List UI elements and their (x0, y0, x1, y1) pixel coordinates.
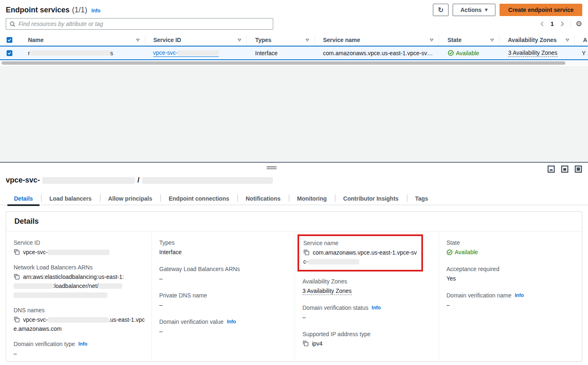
panel-size-medium-button[interactable] (561, 165, 569, 173)
search-box[interactable] (6, 18, 273, 30)
field-value: vpce-svc-.us-east-1.vpce.amazonaws.com (14, 315, 145, 333)
info-link[interactable]: Info (515, 291, 524, 299)
split-panel: vpce-svc- / Details Load balancers Allow… (0, 162, 588, 365)
resource-count: (1/1) (72, 6, 87, 14)
previous-page-button[interactable] (539, 20, 546, 28)
field-label: Gateway Load Balancers ARNs (159, 265, 288, 273)
create-endpoint-service-button[interactable]: Create endpoint service (500, 4, 582, 16)
field-private-dns-name: Private DNS name – (159, 291, 288, 309)
sort-icon (490, 38, 494, 42)
status-badge: Available (446, 248, 575, 257)
copy-icon[interactable] (302, 340, 309, 346)
row-select-cell (0, 47, 20, 59)
details-column-3: Service name com.amazonaws.vpce.us-east-… (295, 232, 439, 361)
endpoint-services-table: Name Service ID Types Service name State… (0, 35, 588, 60)
refresh-button[interactable]: ↻ (433, 4, 449, 16)
tab-monitoring[interactable]: Monitoring (289, 192, 335, 205)
column-header-acceptance[interactable]: A (574, 35, 588, 45)
sort-icon (565, 38, 569, 42)
copy-icon[interactable] (14, 316, 20, 323)
redacted-text (42, 177, 135, 184)
field-gwlb-arns: Gateway Load Balancers ARNs – (159, 265, 288, 283)
field-label: Domain verification type Info (14, 340, 145, 348)
column-header-service-name[interactable]: Service name (314, 35, 439, 45)
field-label: Availability Zones (302, 277, 432, 285)
select-all-cell (0, 35, 20, 45)
check-circle-icon (446, 249, 453, 255)
service-id-link[interactable]: vpce-svc- (153, 49, 219, 57)
tab-notifications[interactable]: Notifications (237, 192, 289, 205)
field-acceptance-required: Acceptance required Yes (446, 265, 575, 283)
info-link[interactable]: Info (78, 340, 87, 348)
column-header-availability-zones[interactable]: Availability Zones (499, 35, 574, 45)
field-label: Types (159, 239, 288, 247)
field-value: vpce-svc- (14, 248, 145, 257)
table-header-row: Name Service ID Types Service name State… (0, 35, 588, 46)
redacted-text (14, 292, 107, 298)
field-value: Yes (446, 274, 575, 283)
copy-icon[interactable] (14, 274, 20, 280)
panel-size-full-button[interactable] (574, 165, 582, 173)
horizontal-scrollbar (0, 61, 588, 65)
copy-icon[interactable] (14, 249, 20, 255)
column-header-state[interactable]: State (439, 35, 499, 45)
column-header-service-id[interactable]: Service ID (145, 35, 247, 45)
list-header: Endpoint services (1/1) Info ↻ Actions ▼… (6, 3, 582, 16)
field-value: Available (446, 248, 575, 257)
field-label: Supported IP address type (302, 330, 432, 338)
tab-details[interactable]: Details (6, 192, 41, 205)
field-label: Domain verification name Info (446, 291, 575, 299)
table-row[interactable]: rs vpce-svc- Interface com.amazonaws.vpc… (0, 46, 588, 60)
column-header-name[interactable]: Name (20, 35, 145, 45)
info-link[interactable]: Info (227, 318, 236, 326)
field-value: – (159, 300, 288, 309)
redacted-text (308, 259, 359, 264)
page-number[interactable]: 1 (551, 21, 554, 27)
cell-name: rs (20, 47, 145, 59)
field-domain-verification-value: Domain verification value Info – (159, 318, 288, 336)
divider (570, 19, 571, 28)
service-name-highlight-box: Service name com.amazonaws.vpce.us-east-… (297, 234, 423, 271)
tab-allow-principals[interactable]: Allow principals (100, 192, 160, 205)
field-value: – (446, 300, 575, 309)
tab-load-balancers[interactable]: Load balancers (41, 192, 100, 205)
field-nlb-arns: Network Load Balancers ARNs arn:aws:elas… (14, 263, 145, 299)
field-value: 3 Availability Zones (302, 286, 432, 295)
tab-tags[interactable]: Tags (407, 192, 437, 205)
field-value: ipv4 (302, 339, 432, 348)
tab-contributor-insights[interactable]: Contributor Insights (335, 192, 407, 205)
row-checkbox[interactable] (7, 50, 12, 56)
info-link[interactable]: Info (91, 8, 100, 14)
tab-endpoint-connections[interactable]: Endpoint connections (160, 192, 237, 205)
panel-size-controls (547, 165, 582, 173)
preferences-gear-button[interactable]: ⚙ (576, 20, 582, 28)
refresh-icon: ↻ (438, 6, 444, 14)
copy-icon[interactable] (303, 249, 309, 255)
field-label: Domain verification value Info (159, 318, 288, 326)
availability-zones-link[interactable]: 3 Availability Zones (508, 49, 558, 57)
details-card-heading: Details (6, 212, 582, 232)
search-input[interactable] (19, 21, 270, 27)
field-value: Interface (159, 248, 288, 257)
column-header-types[interactable]: Types (246, 35, 314, 45)
pagination: 1 ⚙ (539, 19, 582, 28)
cell-state: Available (439, 47, 500, 59)
select-all-checkbox[interactable] (7, 37, 12, 43)
field-value: – (159, 274, 288, 283)
next-page-button[interactable] (559, 20, 565, 28)
field-value: – (14, 349, 145, 358)
redacted-text (48, 250, 109, 255)
redacted-text (48, 317, 109, 323)
check-circle-icon (448, 50, 454, 56)
details-card-body: Service ID vpce-svc- Network Load Balanc… (6, 232, 582, 361)
endpoint-services-list-panel: Endpoint services (1/1) Info ↻ Actions ▼… (0, 0, 588, 66)
horizontal-scrollbar-thumb[interactable] (2, 61, 565, 65)
panel-size-small-button[interactable] (547, 165, 555, 173)
availability-zones-link[interactable]: 3 Availability Zones (302, 288, 352, 295)
field-domain-verification-status: Domain verification status Info – (302, 304, 432, 322)
info-link[interactable]: Info (372, 304, 381, 312)
split-panel-drag-handle[interactable] (267, 166, 277, 169)
details-card: Details Service ID vpce-svc- Network Loa… (6, 211, 582, 362)
actions-button[interactable]: Actions ▼ (453, 4, 495, 16)
field-state: State Available (446, 239, 575, 257)
